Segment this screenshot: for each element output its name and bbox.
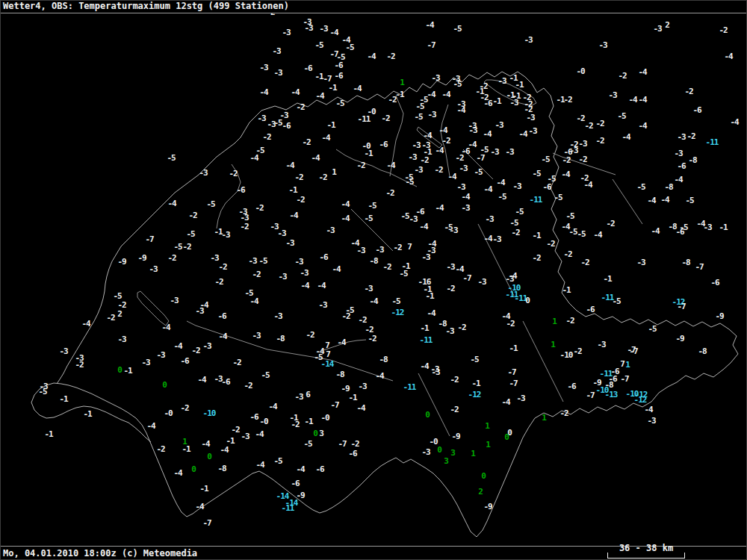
station-temp-value: -5: [206, 199, 214, 209]
station-temp-value: 0: [207, 452, 211, 461]
station-temp-value: -5: [364, 214, 372, 223]
station-temp-value: -0: [259, 417, 267, 426]
station-temp-value: -9: [117, 257, 125, 267]
station-temp-value: -1: [420, 323, 428, 333]
station-temp-value: -6: [334, 71, 342, 81]
station-temp-value: -3: [300, 268, 308, 278]
station-temp-value: -5: [335, 99, 344, 108]
station-temp-value: -5: [415, 102, 424, 111]
station-temp-value: -4: [317, 281, 325, 290]
station-temp-value: -1: [44, 429, 52, 439]
station-temp-value: -4: [356, 403, 365, 413]
station-temp-value: -4: [501, 397, 509, 407]
station-temp-value: -9: [483, 502, 492, 511]
station-temp-value: -3: [445, 326, 453, 336]
weather-app-window: -5-2-3-3-3-3-4-5-4-5-7-5-6-4-3-3-3-6-1-7…: [0, 0, 747, 560]
station-temp-value: -2: [306, 330, 314, 340]
station-temp-value: -4: [622, 132, 630, 142]
station-temp-value: -3: [202, 341, 211, 351]
station-temp-value: -4: [438, 125, 447, 135]
station-temp-value: -6: [282, 121, 290, 131]
station-temp-value: -2: [511, 228, 519, 237]
station-temp-value: 1: [471, 449, 475, 458]
station-temp-value: -1: [182, 444, 190, 454]
station-temp-value: -6: [217, 311, 226, 321]
station-temp-value: -2: [191, 346, 199, 355]
station-temp-value: 1: [400, 78, 404, 87]
station-temp-value: -4: [644, 405, 652, 414]
station-temp-value: -3: [199, 168, 207, 178]
station-temp-value: -2: [302, 137, 310, 147]
station-temp-value: -6: [483, 99, 492, 108]
station-temp-value: -5: [273, 456, 282, 466]
station-temp-value: -14: [321, 359, 334, 369]
station-temp-value: 3: [450, 448, 455, 458]
station-temp-value: -7: [620, 374, 628, 384]
station-temp-value: -3: [598, 40, 607, 50]
station-temp-value: -8: [217, 464, 226, 473]
station-temp-value: -11: [282, 503, 294, 513]
station-temp-value: 3: [444, 456, 448, 466]
station-temp-value: -5: [391, 296, 400, 306]
station-temp-value: -4: [724, 52, 732, 61]
station-temp-value: -3: [498, 76, 506, 86]
station-temp-value: -3: [495, 120, 503, 130]
station-temp-value: -5: [303, 439, 311, 449]
station-temp-value: -8: [664, 182, 672, 192]
station-temp-value: -5: [261, 370, 269, 380]
station-temp-value: -3: [273, 68, 282, 78]
station-temp-value: -5: [515, 207, 523, 217]
station-temp-value: -2: [455, 153, 463, 163]
station-temp-value: -8: [369, 256, 377, 266]
station-temp-value: -2: [356, 161, 365, 170]
station-temp-value: -2: [240, 222, 248, 231]
station-temp-value: -3: [468, 125, 477, 135]
station-temp-value: -3: [304, 23, 312, 33]
station-temp-value: -5: [636, 182, 645, 192]
station-temp-value: 0: [162, 380, 167, 390]
station-temp-value: -1: [471, 379, 480, 388]
station-temp-value: -3: [528, 126, 536, 136]
station-temp-value: 1: [551, 340, 555, 349]
station-temp-value: -2: [291, 420, 299, 429]
station-temp-value: 7: [326, 349, 330, 359]
station-temp-value: -6: [291, 479, 299, 488]
station-temp-value: -6: [675, 227, 684, 237]
station-temp-value: -2: [180, 403, 188, 413]
station-temp-value: -3: [431, 73, 439, 83]
station-temp-value: -1: [603, 274, 611, 284]
station-temp-value: -10: [203, 408, 216, 418]
station-temp-value: -2: [296, 102, 304, 112]
station-values-layer[interactable]: -5-2-3-3-3-3-4-5-4-5-7-5-6-4-3-3-3-6-1-7…: [0, 0, 747, 560]
station-temp-value: -4: [730, 117, 738, 127]
station-temp-value: -12: [634, 395, 647, 405]
station-temp-value: -2: [255, 203, 263, 213]
station-temp-value: -2: [684, 87, 692, 96]
station-temp-value: -3: [221, 230, 229, 240]
station-temp-value: -3: [149, 264, 157, 274]
station-temp-value: -2: [232, 358, 241, 367]
station-temp-value: -1: [328, 83, 336, 93]
station-temp-value: -4: [423, 131, 431, 140]
station-temp-value: -3: [459, 164, 467, 173]
station-temp-value: -7: [202, 518, 211, 528]
station-temp-value: -4: [249, 153, 258, 163]
station-temp-value: -2: [358, 315, 366, 325]
station-temp-value: -3: [252, 331, 260, 340]
station-temp-value: -2: [457, 323, 465, 332]
station-temp-value: -3: [456, 182, 465, 192]
station-temp-value: -5: [617, 111, 625, 121]
station-temp-value: -3: [427, 110, 436, 119]
station-temp-value: -4: [173, 468, 182, 478]
station-temp-value: -1: [532, 231, 540, 240]
station-temp-value: -3: [597, 340, 605, 349]
station-temp-value: -5: [453, 24, 461, 34]
station-temp-value: -6: [542, 182, 551, 192]
station-temp-value: -3: [278, 272, 286, 281]
station-temp-value: -3: [492, 234, 500, 244]
station-temp-value: -1: [395, 90, 403, 99]
station-temp-value: -12: [391, 308, 404, 317]
station-temp-value: -1: [425, 291, 433, 301]
station-temp-value: -1: [492, 96, 500, 106]
station-temp-value: -2: [341, 311, 350, 321]
